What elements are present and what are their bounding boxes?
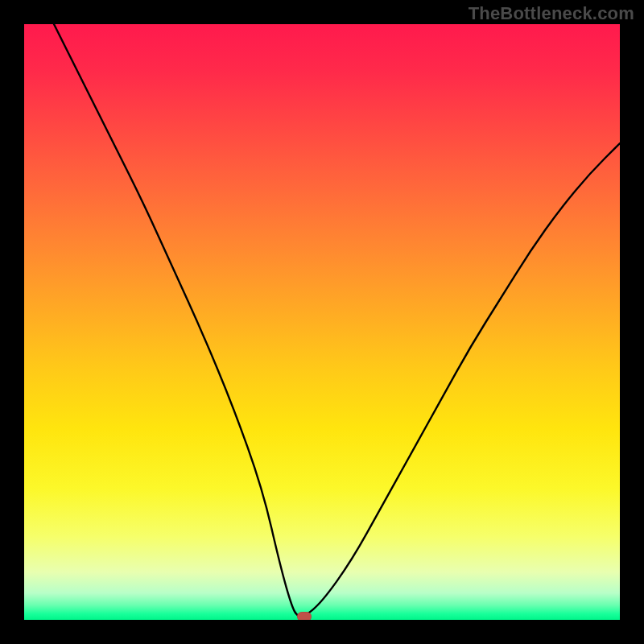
watermark-text: TheBottleneck.com <box>469 3 634 24</box>
bottleneck-curve <box>24 24 620 620</box>
optimal-marker <box>297 612 312 620</box>
plot-area <box>24 24 620 620</box>
chart-frame: TheBottleneck.com <box>0 0 644 644</box>
